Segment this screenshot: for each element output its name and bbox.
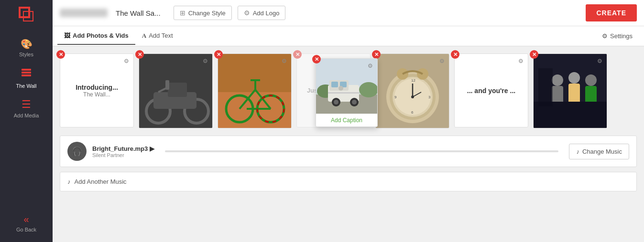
content-area: ✕ ⚙ Introducing... The Wall... ✕ ⚙ <box>53 46 644 242</box>
app-logo[interactable] <box>17 5 36 24</box>
svg-rect-60 <box>328 92 359 94</box>
svg-point-59 <box>338 86 343 91</box>
media-card-7: ✕ ⚙ <box>533 53 607 128</box>
media-card-1: ✕ ⚙ Introducing... The Wall... <box>60 53 134 127</box>
play-icon[interactable]: ▶ <box>150 145 154 152</box>
media-cards-row: ✕ ⚙ Introducing... The Wall... ✕ ⚙ <box>60 53 637 128</box>
settings-icon: ⚙ <box>602 32 608 40</box>
card-1-subtitle: The Wall... <box>76 91 118 98</box>
card-6-title: ... and you're ... <box>467 87 515 95</box>
sidebar-item-the-wall[interactable]: The Wall <box>0 62 53 94</box>
svg-rect-12 <box>165 80 169 90</box>
create-button[interactable]: CREATE <box>586 4 637 21</box>
card-5-settings[interactable]: ⚙ <box>437 56 447 66</box>
svg-point-40 <box>568 72 580 84</box>
svg-rect-45 <box>538 68 553 106</box>
text-tab-label: Add Text <box>149 32 173 39</box>
svg-text:12: 12 <box>411 78 415 83</box>
card-1-remove[interactable]: ✕ <box>56 50 65 59</box>
headphones-icon: 🎧 <box>72 146 82 157</box>
svg-rect-4 <box>22 72 31 74</box>
palette-icon: 🎨 <box>21 38 33 50</box>
music-artist: Silent Partner <box>92 152 154 158</box>
add-music-icon: ♪ <box>67 178 71 185</box>
music-bar: 🎧 Bright_Future.mp3 ▶ Silent Partner ♪ C… <box>60 136 637 167</box>
svg-text:6: 6 <box>411 110 414 115</box>
card-6-settings[interactable]: ⚙ <box>516 56 525 66</box>
wall-icon <box>21 67 32 81</box>
add-logo-icon: ⚙ <box>244 9 250 17</box>
floating-card-caption[interactable]: Add Caption <box>316 114 377 126</box>
music-filename: Bright_Future.mp3 ▶ <box>92 145 154 152</box>
go-back-label: Go Back <box>16 227 36 232</box>
svg-point-56 <box>334 100 338 105</box>
card-2-remove[interactable]: ✕ <box>135 50 144 59</box>
svg-text:9: 9 <box>394 95 397 99</box>
topbar: The Wall Sa... ⊞ Change Style ⚙ Add Logo… <box>53 0 644 26</box>
svg-point-38 <box>552 74 563 86</box>
settings-label: Settings <box>610 32 633 40</box>
photos-tab-icon: 🖼 <box>64 32 70 39</box>
svg-text:3: 3 <box>428 95 431 99</box>
media-card-3: ✕ ⚙ <box>218 53 292 128</box>
add-music-bar[interactable]: ♪ Add Another Music <box>60 172 637 191</box>
media-card-6: ✕ ⚙ ... and you're ... <box>454 53 528 127</box>
tabs-bar: 🖼 Add Photos & Vids A Add Text ⚙ Setting… <box>53 26 644 46</box>
floating-card: ✕ ⚙ <box>316 58 378 127</box>
change-music-button[interactable]: ♪ Change Music <box>569 144 629 159</box>
card-7-remove[interactable]: ✕ <box>530 50 538 59</box>
tab-photos[interactable]: 🖼 Add Photos & Vids <box>57 27 135 45</box>
card-3-remove[interactable]: ✕ <box>214 50 223 59</box>
media-card-5: ✕ ⚙ <box>375 53 449 128</box>
svg-point-58 <box>352 100 357 105</box>
add-logo-button[interactable]: ⚙ Add Logo <box>238 6 286 20</box>
tab-text[interactable]: A Add Text <box>135 27 180 45</box>
card-5-remove[interactable]: ✕ <box>372 50 381 59</box>
svg-point-30 <box>411 95 414 98</box>
sidebar: 🎨 Styles The Wall ☰ Add Media « Go Back <box>0 0 53 242</box>
svg-rect-53 <box>331 82 338 87</box>
project-name-blurred <box>60 9 108 17</box>
svg-point-42 <box>585 74 597 86</box>
change-style-button[interactable]: ⊞ Change Style <box>174 6 232 20</box>
sidebar-item-styles-label: Styles <box>19 52 33 57</box>
sidebar-item-wall-label: The Wall <box>16 83 37 89</box>
music-progress-bar[interactable] <box>165 150 558 152</box>
add-media-icon: ☰ <box>22 98 31 111</box>
svg-rect-3 <box>22 69 31 71</box>
photos-tab-label: Add Photos & Vids <box>73 32 129 39</box>
card-1-title: Introducing... <box>76 84 118 91</box>
floating-card-settings[interactable]: ⚙ <box>365 61 375 71</box>
change-music-icon: ♪ <box>576 148 579 155</box>
sidebar-item-add-media-label: Add Media <box>14 113 39 118</box>
sidebar-item-styles[interactable]: 🎨 Styles <box>0 33 53 62</box>
settings-tab[interactable]: ⚙ Settings <box>595 28 639 44</box>
go-back-button[interactable]: « Go Back <box>0 209 53 237</box>
add-music-label: Add Another Music <box>75 178 127 185</box>
svg-rect-10 <box>168 83 187 97</box>
main-area: The Wall Sa... ⊞ Change Style ⚙ Add Logo… <box>53 0 644 242</box>
change-style-label: Change Style <box>188 10 226 17</box>
music-avatar: 🎧 <box>67 142 87 161</box>
change-style-icon: ⊞ <box>180 9 186 17</box>
go-back-icon: « <box>23 214 29 225</box>
card-2-settings[interactable]: ⚙ <box>200 56 210 66</box>
change-music-label: Change Music <box>582 148 622 155</box>
svg-rect-5 <box>22 74 31 76</box>
media-card-2: ✕ ⚙ <box>139 53 213 128</box>
card-6-remove[interactable]: ✕ <box>451 50 459 59</box>
text-tab-icon: A <box>142 32 146 40</box>
floating-card-remove[interactable]: ✕ <box>312 55 321 63</box>
svg-rect-14 <box>218 92 291 128</box>
add-logo-label: Add Logo <box>253 10 280 17</box>
card-7-settings[interactable]: ⚙ <box>595 56 604 66</box>
project-title: The Wall Sa... <box>116 9 161 17</box>
card-3-settings[interactable]: ⚙ <box>279 56 289 66</box>
card-4-remove[interactable]: ✕ <box>293 50 302 59</box>
card-1-settings[interactable]: ⚙ <box>121 56 131 66</box>
sidebar-item-add-media[interactable]: ☰ Add Media <box>0 94 53 123</box>
music-info: Bright_Future.mp3 ▶ Silent Partner <box>92 145 154 158</box>
